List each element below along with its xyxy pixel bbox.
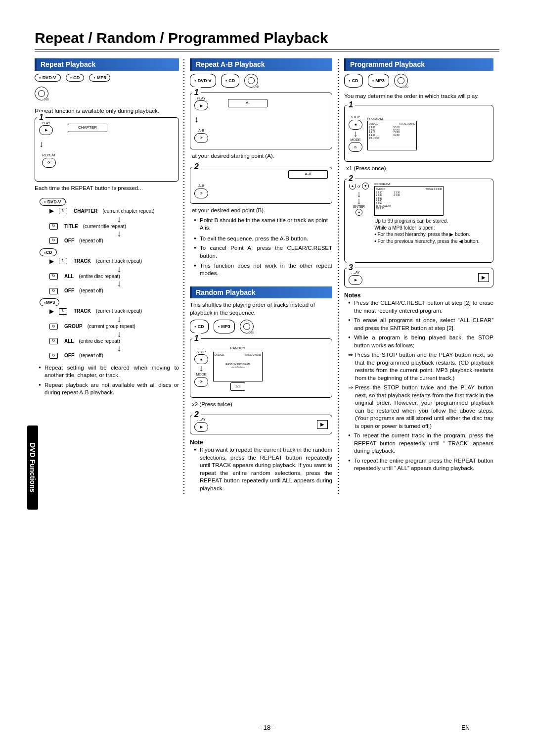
side-tab-dvd-functions: DVD Functions [27,425,38,510]
desc-off-mp3: (repeat off) [79,352,103,359]
column-repeat-playback: Repeat Playback DVD-V CD MP3 Repeat func… [35,58,181,494]
text-each-time: Each time the REPEAT button is pressed..… [35,185,179,192]
osd-ab: A-B [288,170,328,179]
label-ab-1: A-B [194,128,208,133]
label-enter: ENTER [349,205,369,208]
mode-title: TITLE [64,223,78,230]
label-mode-prg: MODE [351,138,361,142]
mode-track-cd: TRACK [74,258,91,265]
lang-indicator: EN [461,724,470,731]
ab-button-1[interactable]: ⟳ [194,133,208,143]
play-button[interactable]: ▶ [39,125,53,135]
ab-bullet-1: To exit the sequence, press the A-B butt… [194,235,332,243]
press-twice: x2 (Press twice) [190,401,332,409]
disc-cd-rnd: CD [190,320,209,333]
page-number: – 18 – [258,724,276,731]
prg-step-1: 1 [347,99,355,110]
desc-group: (current group repeat) [88,323,135,330]
header-random: Random Playback [190,286,332,299]
mode-off-cd: OFF [64,287,74,294]
ab-bullet-2: To cancel Point A, press the CLEAR/C.RES… [194,244,332,260]
disc-cd-prg: CD [344,74,363,88]
dvd-rw-icon-prg [394,74,408,88]
enter-button[interactable]: ● [356,209,362,216]
label-stop-prg: STOP [351,115,360,119]
caption-99: Up to 99 programs can be stored. [374,218,489,225]
caption-ab2: at your desired end point (B). [190,207,332,215]
header-repeat-ab: Repeat A-B Playback [190,58,332,71]
prg-note-1: Press the CLEAR/C.RESET button at step [… [348,299,493,315]
caption-prev: • For the previous hierarchy, press the … [374,238,489,245]
prg-note-5: To repeat the entire program press the R… [348,457,493,472]
ab-sub: Point B should be in the same title or t… [194,217,332,232]
play-button-prg[interactable]: ▶ [349,275,362,285]
osd-a: A- [228,99,267,107]
play-button-ab[interactable]: ▶ [194,100,208,110]
disc-dvdv: DVD-V [35,74,61,82]
dvd-rw-icon [35,87,48,100]
mode-all-mp3: ALL [64,338,74,345]
random-intro: This shuffles the playing order of track… [190,301,332,317]
label-repeat: REPEAT [42,153,56,157]
screen2-title: PROGRAM [374,182,489,186]
ab-button-2[interactable]: ⟳ [194,189,208,198]
mode-all-cd: ALL [64,273,74,280]
mode-off-dvd: OFF [64,237,74,244]
prg-step-2: 2 [347,173,355,184]
rnd-step-1: 1 [192,333,201,344]
ab-bullet-3: This function does not work in the other… [194,262,332,278]
notes-h-prg: Notes [344,291,493,299]
disc-cd-ab: CD [221,74,240,88]
caption-next: • For the next hierarchy, press the ▶ bu… [374,231,489,238]
dpad-down[interactable]: ▼ [362,183,369,189]
disc-dvdv-ab: DVD-V [190,74,216,88]
disc-mp3: MP3 [89,74,110,82]
screen1-title: PROGRAM [367,117,417,121]
disc-mp3-rnd: MP3 [214,320,235,333]
osd-chapter: CHAPTER [68,124,107,132]
disc-mp3-2: MP3 [40,298,59,306]
stop-button-prg[interactable]: ■ [349,120,362,130]
dvd-rw-icon-ab [244,74,258,88]
screen-random-label: RANDOM [213,346,263,350]
note-h-random: Note [190,438,332,446]
prg-note-4: To repeat the current track in the progr… [348,432,493,455]
prg-sub-2: Press the STOP button twice and the PLAY… [344,384,493,430]
prg-sub-1: Press the STOP button and the PLAY butto… [344,351,493,382]
play-button-rnd[interactable]: ▶ [194,422,208,432]
mode-button-prg[interactable]: ⟳ [349,142,362,152]
mode-chapter: CHAPTER [74,208,97,215]
desc-track-cd: (current track repeat) [96,258,142,265]
desc-off-dvd: (repeat off) [79,237,103,244]
screen-program-2: DVD/CDTOTAL 0:03:30 1 3:302 4:30 3 4:104… [374,186,444,216]
mode-group: GROUP [64,323,83,330]
caption-ab1: at your desired starting point (A). [190,152,332,160]
prg-note-2: To erase all programs at once, select “A… [348,317,493,332]
dvd-rw-icon-rnd [240,320,254,333]
mode-track-mp3: TRACK [74,308,91,315]
desc-off-cd: (repeat off) [79,287,103,294]
prg-step-3: 3 [347,262,355,273]
desc-track-mp3: (current track repeat) [96,308,142,315]
text-repeat-intro: Repeat function is available only during… [35,107,179,115]
header-repeat-playback: Repeat Playback [35,58,179,71]
step-1: 1 [37,112,45,123]
mode-off-mp3: OFF [64,352,74,359]
repeat-button[interactable]: ⟳ [42,158,56,168]
press-once: x1 (Press once) [344,165,493,173]
disc-cd: CD [66,74,85,82]
mode-button-rnd[interactable]: ⟳ [194,377,208,387]
label-mode-rnd: MODE [196,372,207,377]
label-ab-2: A-B [194,184,208,188]
screen-random: DVD/CDTOTAL 0:45:55 RANDOM PROGRAM --no … [213,352,263,381]
note-random: If you want to repeat the current track … [194,446,332,492]
disc-dvdv-2: DVD-V [40,198,66,206]
rnd-step-2: 2 [192,409,201,420]
footer: – 18 – EN [0,724,534,731]
stop-button-rnd[interactable]: ■ [194,354,208,364]
disc-cd-2: CD [40,248,57,256]
desc-all-cd: (entire disc repeat) [79,273,120,280]
dpad: ▲ or ▼ ↓ ↓ ENTER ● [349,182,369,216]
ab-step-2: 2 [192,161,201,172]
osd-12: 1/2 [230,382,245,391]
